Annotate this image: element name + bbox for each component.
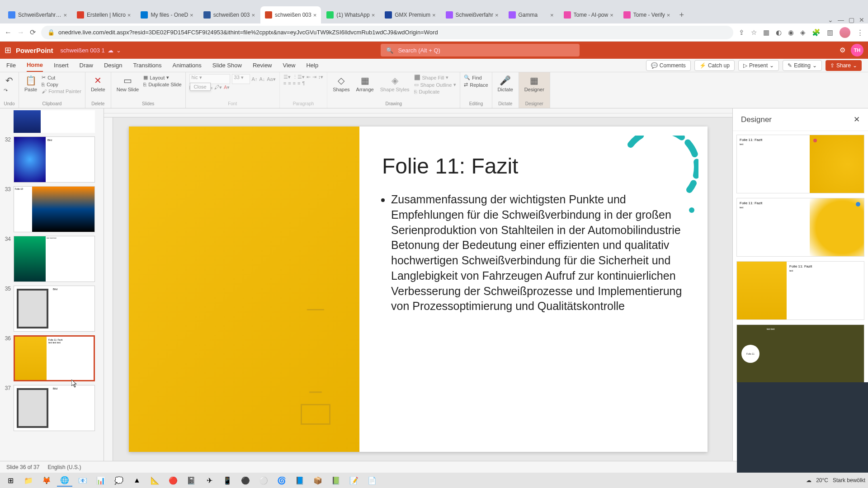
powerpoint-icon[interactable]: 📊 <box>93 474 108 487</box>
cut-button[interactable]: ✂ Cut <box>42 74 81 81</box>
tab-3[interactable]: schweißen 003× <box>199 6 259 23</box>
close-icon[interactable]: × <box>495 12 499 19</box>
align-left-button[interactable]: ≡ <box>283 80 286 86</box>
app-icon[interactable]: 🌀 <box>274 474 289 487</box>
justify-button[interactable]: ≡ <box>297 80 300 86</box>
tab-insert[interactable]: Insert <box>54 59 69 71</box>
find-button[interactable]: 🔍 Find <box>464 74 488 81</box>
tab-2[interactable]: My files - OneD× <box>136 6 198 23</box>
maximize-icon[interactable]: ▢ <box>849 16 854 23</box>
decrease-font-icon[interactable]: A↓ <box>259 76 265 82</box>
tab-file[interactable]: File <box>6 59 16 71</box>
tab-8[interactable]: Gamma× <box>504 6 558 23</box>
align-center-button[interactable]: ≡ <box>288 80 291 86</box>
profile-avatar[interactable] <box>840 27 850 38</box>
tab-10[interactable]: Tome - Verify× <box>619 6 675 23</box>
search-input[interactable]: 🔍 Search (Alt + Q) <box>381 44 580 56</box>
ext-icon[interactable]: ▦ <box>763 28 769 37</box>
duplicate-button[interactable]: ⎘ Duplicate <box>414 89 457 95</box>
tab-draw[interactable]: Draw <box>80 59 93 71</box>
explorer-icon[interactable]: 📁 <box>21 474 36 487</box>
star-icon[interactable]: ☆ <box>751 28 757 37</box>
close-icon[interactable]: ✕ <box>859 16 864 23</box>
design-option-2[interactable]: Folie 11: Fazittext <box>736 198 864 257</box>
font-color-button[interactable]: A▾ <box>224 84 230 90</box>
clear-format-icon[interactable]: Aa▾ <box>267 76 275 82</box>
close-icon[interactable]: × <box>550 12 554 19</box>
weather-icon[interactable]: ☁ <box>806 477 811 483</box>
tab-transitions[interactable]: Transitions <box>133 59 161 71</box>
duplicate-slide-button[interactable]: ⎘ Duplicate Slide <box>143 81 181 88</box>
close-icon[interactable]: ✕ <box>854 115 860 124</box>
tab-4-active[interactable]: schweißen 003× <box>260 6 321 23</box>
indent-left-button[interactable]: ⇤ <box>307 74 311 80</box>
indent-right-button[interactable]: ⇥ <box>312 74 316 80</box>
thumbnail-37[interactable]: 37 Bild <box>2 385 102 431</box>
onenote-icon[interactable]: 📓 <box>184 474 199 487</box>
word-icon[interactable]: 📄 <box>364 474 380 487</box>
font-select[interactable]: hic ▾Close <box>189 74 230 84</box>
firefox-icon[interactable]: 🦊 <box>39 474 54 487</box>
close-icon[interactable]: × <box>313 12 317 19</box>
app-launcher-icon[interactable]: ⊞ <box>5 45 11 55</box>
ext-icon[interactable]: ◐ <box>776 28 782 37</box>
ext-icon[interactable]: ◈ <box>800 28 806 37</box>
back-icon[interactable]: ← <box>5 28 12 37</box>
catchup-button[interactable]: ⚡ Catch up <box>694 60 735 71</box>
editing-button[interactable]: ✎ Editing ⌄ <box>783 60 822 71</box>
vlc-icon[interactable]: ▲ <box>129 474 145 487</box>
app-icon[interactable]: 📦 <box>310 474 326 487</box>
new-slide-button[interactable]: ▭New Slide <box>115 74 141 93</box>
panel-icon[interactable]: ▥ <box>827 28 833 37</box>
close-tooltip[interactable]: Close <box>190 83 211 91</box>
puzzle-icon[interactable]: 🧩 <box>812 28 821 37</box>
ext-icon[interactable]: ◉ <box>788 28 794 37</box>
app-icon[interactable]: 💭 <box>111 474 127 487</box>
arrange-button[interactable]: ▦Arrange <box>354 74 376 93</box>
start-button[interactable]: ⊞ <box>3 474 18 487</box>
align-right-button[interactable]: ≡ <box>293 80 296 86</box>
shape-styles-button[interactable]: ◈Shape Styles <box>378 74 411 93</box>
format-painter-button[interactable]: 🖌 Format Painter <box>42 88 81 94</box>
line-spacing-button[interactable]: ↕▾ <box>318 74 324 80</box>
increase-font-icon[interactable]: A↑ <box>252 76 258 82</box>
present-button[interactable]: ▷ Present ⌄ <box>738 60 779 71</box>
close-icon[interactable]: × <box>63 12 67 19</box>
design-option-1[interactable]: Folie 11: Fazittext <box>736 135 864 193</box>
tab-7[interactable]: Schweißverfahr× <box>441 6 503 23</box>
file-name[interactable]: schweißen 003 1☁⌄ <box>61 47 121 54</box>
tab-9[interactable]: Tome - AI-pow× <box>559 6 618 23</box>
obs-icon[interactable]: ⚫ <box>238 474 253 487</box>
copy-button[interactable]: ⎘ Copy <box>42 81 81 88</box>
close-icon[interactable]: × <box>127 12 131 19</box>
tab-animations[interactable]: Animations <box>173 59 202 71</box>
comments-button[interactable]: 💬 Comments <box>646 60 691 71</box>
excel-icon[interactable]: 📗 <box>328 474 344 487</box>
reload-icon[interactable]: ⟳ <box>30 28 36 37</box>
delete-button[interactable]: ✕Delete <box>89 74 107 93</box>
thumbnail-33[interactable]: 33 Folie 10 <box>2 186 102 232</box>
app-icon[interactable]: ⚪ <box>256 474 271 487</box>
thumbnail-32[interactable]: 32 Bild <box>2 136 102 183</box>
redo-button[interactable]: ↷ <box>4 87 15 94</box>
tab-review[interactable]: Review <box>253 59 272 71</box>
rtl-button[interactable]: ¶ <box>302 80 305 86</box>
font-size-select[interactable]: 33 ▾ <box>232 74 250 84</box>
tab-6[interactable]: GMX Premium× <box>380 6 440 23</box>
close-icon[interactable]: × <box>372 12 375 19</box>
shape-outline-button[interactable]: ▭ Shape Outline ▾ <box>414 81 457 88</box>
tab-home[interactable]: Home <box>27 59 43 72</box>
telegram-icon[interactable]: ✈ <box>202 474 217 487</box>
chevron-down-icon[interactable]: ⌄ <box>828 16 833 23</box>
forward-icon[interactable]: → <box>17 28 24 37</box>
thumbnail-34[interactable]: 34 text text text <box>2 236 102 282</box>
url-input[interactable]: 🔒 onedrive.live.com/edit.aspx?resid=3DE0… <box>41 26 733 39</box>
outlook-icon[interactable]: 📧 <box>75 474 90 487</box>
share-button[interactable]: ⇪ Share ⌄ <box>826 60 862 71</box>
numbering-button[interactable]: ⋮☰▾ <box>292 74 305 80</box>
chrome-icon[interactable]: 🌐 <box>57 474 72 487</box>
layout-button[interactable]: ▦ Layout ▾ <box>143 74 181 81</box>
tab-0[interactable]: Schweißverfahren× <box>4 6 71 23</box>
tab-1[interactable]: Erstellen | Micro× <box>72 6 135 23</box>
notepad-icon[interactable]: 📝 <box>346 474 362 487</box>
